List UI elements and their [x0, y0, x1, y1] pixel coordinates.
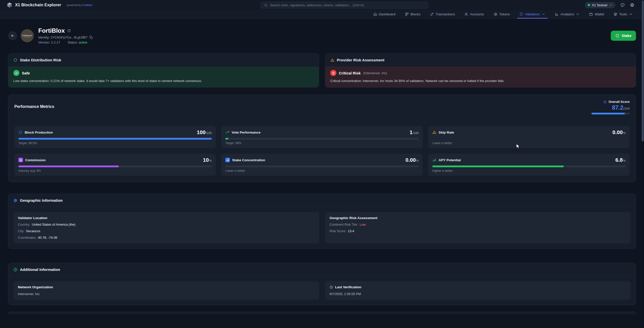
nav-item-transactions[interactable]: Transactions	[425, 10, 460, 18]
nav-item-analytics[interactable]: Analytics	[550, 10, 584, 18]
trending-up-icon	[225, 130, 229, 134]
metric-commission: Commission 10% Industry avg: 8%	[14, 154, 216, 176]
geographic-information-card: Geographic Information Validator Locatio…	[8, 194, 636, 249]
validator-identity: Identity: 2YCbGFp7Ce...6LgUifB7	[38, 35, 93, 39]
geographic-risk-tile: Geographic Risk Assessment Continent Ris…	[325, 212, 631, 243]
additional-information-card: Additional Information Network Organizat…	[8, 263, 636, 305]
language-globe-icon[interactable]	[630, 3, 634, 7]
blocks-icon	[405, 12, 409, 16]
theme-palette-icon[interactable]	[620, 3, 625, 7]
network-status-dot	[588, 4, 590, 6]
card-header: Provider Risk Assessment	[325, 54, 636, 66]
globe-icon	[13, 198, 17, 202]
shield-icon	[519, 12, 523, 16]
chevron-down-icon	[542, 12, 545, 16]
metric-skip-rate: Skip Rate 0.00% Lower is better	[428, 126, 630, 148]
metric-apy-potential: APY Potential 6.8% Higher is better	[428, 154, 630, 176]
chevron-down-icon	[576, 12, 580, 16]
network-selector[interactable]: X1 Testnet	[585, 2, 615, 8]
overall-score-value: 87.2	[612, 104, 623, 111]
bars-icon	[432, 158, 436, 162]
nav-item-validators[interactable]: Validators	[515, 10, 550, 18]
clock-icon	[330, 285, 333, 289]
external-link-icon[interactable]	[67, 29, 71, 32]
back-button[interactable]	[8, 31, 17, 40]
metric-grid: Block Production 100/100 Target: 98.5% V…	[14, 126, 630, 176]
metric-stake-concentration: Stake Concentration 0.00% Lower is bette…	[221, 154, 423, 176]
overall-score: Overall Score 87.2/100	[591, 100, 630, 114]
search-input[interactable]	[270, 3, 425, 7]
metric-vote-performance: Vote Performance 1/100 Target: 99%	[221, 126, 423, 148]
stake-distribution-risk-card: Stake Distribution Risk Safe Low stake c…	[8, 53, 319, 88]
brand[interactable]: X1 Blockchain Explorer powered by Fortib…	[7, 2, 92, 8]
risk-description: Critical concentration: Interserver, Inc…	[330, 79, 631, 83]
validator-name: FortiBlox	[38, 27, 65, 34]
wallet-icon	[589, 12, 593, 16]
critical-banner: Critical Risk (Interserver, Inc) Critica…	[325, 66, 636, 87]
powered-by: powered by Fortiblox	[67, 4, 92, 7]
page-scrollbar[interactable]	[641, 0, 644, 328]
validator-location-tile: Validator Location Country:United States…	[13, 212, 319, 243]
main-nav: Dashboard Blocks Transactions Accounts T…	[0, 10, 644, 19]
warning-triangle-icon	[432, 130, 436, 134]
main-content: FORTIBLOX FortiBlox Identity: 2YCbGFp7Ce…	[0, 27, 644, 314]
copy-icon[interactable]	[89, 36, 93, 39]
status-badge: active	[79, 40, 87, 44]
nav-item-dashboard[interactable]: Dashboard	[369, 10, 400, 18]
powered-by-link[interactable]: Fortiblox	[82, 4, 92, 7]
bar-chart-icon	[555, 12, 559, 16]
top-bar: X1 Blockchain Explorer powered by Fortib…	[0, 0, 644, 10]
swap-arrows-icon	[430, 12, 434, 16]
commission-icon	[18, 158, 23, 162]
nav-item-accounts[interactable]: Accounts	[460, 10, 489, 18]
validator-header: FORTIBLOX FortiBlox Identity: 2YCbGFp7Ce…	[8, 27, 636, 44]
app-logo-icon	[7, 2, 13, 8]
next-card-edge	[8, 312, 636, 314]
overall-score-bar	[591, 113, 630, 114]
search-icon	[264, 4, 268, 7]
provider-risk-card: Provider Risk Assessment Critical Risk (…	[325, 53, 636, 88]
card-header: Geographic Information	[8, 194, 636, 207]
risk-tier-badge: Low	[360, 223, 366, 226]
check-circle-icon	[603, 100, 607, 104]
performance-metrics-card: Performance Metrics Overall Score 87.2/1…	[8, 95, 636, 182]
card-header: Additional Information	[8, 263, 636, 276]
check-circle-icon	[13, 70, 19, 76]
validator-meta: Version: 2.2.17 Status: active	[38, 40, 93, 44]
network-organization-tile: Network Organization Interserver, Inc	[13, 281, 319, 300]
siren-icon	[330, 70, 336, 76]
network-name: X1 Testnet	[592, 3, 607, 7]
home-icon	[373, 12, 377, 16]
nav-item-tokens[interactable]: Tokens	[489, 10, 515, 18]
last-verification-tile: Last Verification 9/7/2025, 2:35:55 PM	[325, 281, 631, 300]
risk-level: Safe	[22, 71, 30, 75]
topbar-controls: X1 Testnet	[585, 2, 637, 8]
shield-icon	[18, 130, 22, 134]
warning-triangle-icon	[330, 58, 334, 62]
nav-item-tools[interactable]: Tools	[609, 10, 637, 18]
validator-info: FortiBlox Identity: 2YCbGFp7Ce...6LgUifB…	[38, 27, 93, 44]
nav-item-blocks[interactable]: Blocks	[400, 10, 425, 18]
nav-item-wallet[interactable]: Wallet	[584, 10, 609, 18]
chevron-down-icon	[609, 4, 612, 7]
arrow-left-icon	[11, 34, 15, 38]
stake-button[interactable]: Stake	[611, 31, 636, 41]
card-header: Stake Distribution Risk	[8, 54, 319, 66]
metric-block-production: Block Production 100/100 Target: 98.5%	[14, 126, 216, 148]
validator-avatar: FORTIBLOX	[21, 29, 34, 42]
risk-description: Low stake concentration: 0.21% of networ…	[13, 79, 314, 83]
risk-level: Critical Risk	[339, 71, 361, 75]
users-icon	[464, 12, 468, 16]
shield-icon	[13, 58, 17, 62]
scrollbar-thumb[interactable]	[642, 1, 644, 141]
layers-icon	[614, 12, 617, 16]
coin-icon	[494, 12, 497, 16]
global-search[interactable]	[261, 2, 428, 9]
info-icon	[13, 268, 17, 272]
bar-chart-square-icon	[225, 158, 230, 162]
risk-level-detail: (Interserver, Inc)	[363, 71, 387, 75]
app-title: X1 Blockchain Explorer	[15, 3, 61, 7]
chevron-down-icon	[629, 12, 633, 16]
shield-icon	[615, 34, 619, 38]
safe-banner: Safe Low stake concentration: 0.21% of n…	[8, 66, 319, 87]
